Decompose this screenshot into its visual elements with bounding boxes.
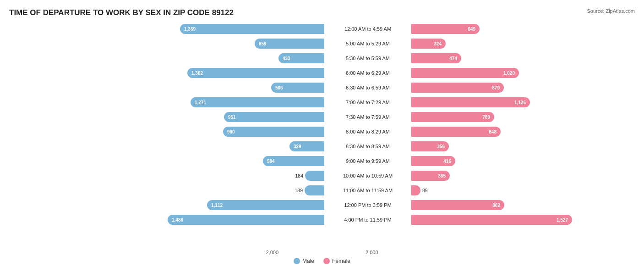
legend-female: Female [323,258,350,264]
chart-area: 1,36912:00 AM to 4:59 AM6496595:00 AM to… [9,22,635,248]
male-bar: 1,486 [168,215,324,225]
female-bar: 356 [411,141,449,151]
time-label: 8:30 AM to 8:59 AM [324,144,411,149]
time-label: 12:00 AM to 4:59 AM [324,26,411,32]
female-bar: 1,527 [411,215,572,225]
axis-left: 2,000 [101,250,278,255]
male-bar: 951 [224,112,324,122]
female-bar-container: 879 [411,83,635,93]
male-bar-container: 1,486 [101,215,324,225]
male-inner-label: 1,112 [209,203,224,208]
female-inner-label: 879 [490,85,502,90]
female-bar: 649 [411,24,480,34]
female-bar: 416 [411,156,455,166]
female-bar: 1,020 [411,68,519,78]
axis-right: 2,000 [366,250,543,255]
chart-row: 6595:00 AM to 5:29 AM324 [9,37,635,50]
legend-male: Male [294,258,314,264]
male-bar: 960 [223,127,324,137]
male-inner-label: 1,302 [190,71,205,76]
chart-row: 1,36912:00 AM to 4:59 AM649 [9,22,635,36]
male-bar: 329 [289,141,324,151]
female-bar-container: 416 [411,156,635,166]
male-bar [305,171,324,181]
female-inner-label: 365 [436,173,448,178]
legend-male-box [294,258,300,264]
chart-row: 3298:30 AM to 8:59 AM356 [9,139,635,153]
time-label: 10:00 AM to 10:59 AM [324,173,411,178]
time-label: 11:00 AM to 11:59 AM [324,188,411,193]
male-bar: 659 [255,39,324,49]
time-label: 12:00 PM to 3:59 PM [324,202,411,208]
female-outside-value: 89 [422,188,428,193]
male-bar-container: 506 [101,83,324,93]
axis-row: 2,000 2,000 [9,250,635,255]
male-bar: 1,271 [191,97,324,107]
time-label: 8:00 AM to 8:29 AM [324,129,411,134]
male-inner-label: 960 [225,129,237,134]
female-inner-label: 356 [435,144,447,149]
female-bar [411,185,420,195]
time-label: 7:00 AM to 7:29 AM [324,100,411,105]
female-bar: 789 [411,112,494,122]
male-inner-label: 951 [226,115,238,120]
female-bar: 324 [411,39,446,49]
chart-row: 18911:00 AM to 11:59 AM89 [9,184,635,197]
male-bar: 1,369 [180,24,324,34]
chart-row: 5066:30 AM to 6:59 AM879 [9,81,635,95]
time-label: 9:00 AM to 9:59 AM [324,158,411,164]
chart-title: TIME OF DEPARTURE TO WORK BY SEX IN ZIP … [9,8,635,17]
male-inner-label: 584 [265,159,277,164]
male-bar-container: 1,271 [101,97,324,107]
male-bar-container: 1,112 [101,200,324,210]
male-bar-container: 659 [101,39,324,49]
source-label: Source: ZipAtlas.com [587,8,635,14]
chart-row: 1,3026:00 AM to 6:29 AM1,020 [9,66,635,80]
female-bar: 882 [411,200,504,210]
female-bar-container: 365 [411,171,635,181]
legend-female-label: Female [332,258,350,264]
chart-row: 18410:00 AM to 10:59 AM365 [9,169,635,183]
female-bar-container: 89 [411,185,635,195]
male-bar-container: 1,302 [101,68,324,78]
female-inner-label: 1,126 [513,100,528,105]
male-inner-label: 659 [257,41,268,46]
female-inner-label: 882 [491,203,502,208]
chart-row: 4335:30 AM to 5:59 AM474 [9,51,635,65]
male-bar [305,185,324,195]
female-bar: 1,126 [411,97,530,107]
female-inner-label: 1,020 [502,71,517,76]
legend: Male Female [9,258,635,264]
female-inner-label: 649 [466,27,477,32]
female-bar-container: 324 [411,39,635,49]
legend-male-label: Male [302,258,314,264]
male-inner-label: 506 [273,85,285,90]
male-inner-label: 1,271 [193,100,208,105]
female-bar-container: 1,527 [411,215,635,225]
female-bar: 879 [411,83,504,93]
chart-row: 5849:00 AM to 9:59 AM416 [9,154,635,168]
male-inner-label: 433 [281,56,292,61]
time-label: 7:30 AM to 7:59 AM [324,114,411,120]
male-bar-container: 951 [101,112,324,122]
chart-row: 1,4864:00 PM to 11:59 PM1,527 [9,213,635,227]
time-label: 5:30 AM to 5:59 AM [324,56,411,61]
chart-row: 9608:00 AM to 8:29 AM848 [9,125,635,139]
male-bar: 1,112 [207,200,324,210]
female-inner-label: 324 [432,41,443,46]
chart-container: TIME OF DEPARTURE TO WORK BY SEX IN ZIP … [0,0,644,273]
female-bar: 365 [411,171,450,181]
male-bar: 433 [278,53,324,63]
chart-row: 9517:30 AM to 7:59 AM789 [9,110,635,124]
male-bar-container: 960 [101,127,324,137]
male-bar-container: 433 [101,53,324,63]
male-bar-container: 584 [101,156,324,166]
female-inner-label: 1,527 [555,217,570,223]
female-bar-container: 474 [411,53,635,63]
time-label: 4:00 PM to 11:59 PM [324,217,411,223]
female-bar-container: 848 [411,127,635,137]
female-bar-container: 789 [411,112,635,122]
female-inner-label: 416 [442,159,453,164]
female-bar-container: 356 [411,141,635,151]
male-bar-container: 189 [101,185,324,195]
